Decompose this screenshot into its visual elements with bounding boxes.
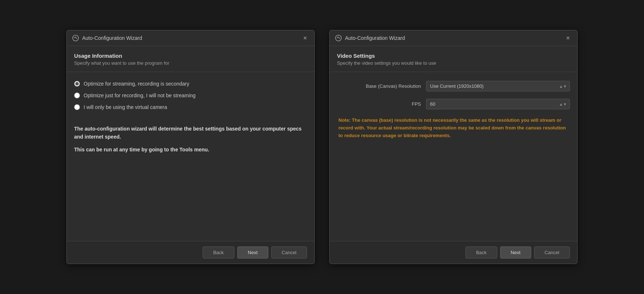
info-line-2: This can be run at any time by going to … — [74, 146, 307, 154]
radio-label-virtualcam: I will only be using the virtual camera — [84, 104, 167, 110]
back-button-1[interactable]: Back — [203, 246, 234, 259]
fps-select[interactable]: 60 30 24 — [426, 99, 570, 109]
dialog-title-1: Auto-Configuration Wizard — [82, 35, 142, 41]
wizard-icon-2 — [335, 34, 342, 42]
radio-label-streaming: Optimize for streaming, recording is sec… — [84, 81, 189, 87]
svg-point-1 — [336, 35, 341, 41]
cancel-button-2[interactable]: Cancel — [534, 246, 570, 259]
radio-virtualcam[interactable] — [74, 104, 80, 110]
info-text-block: The auto-configuration wizard will deter… — [74, 125, 307, 154]
svg-point-0 — [73, 35, 78, 41]
resolution-row: Base (Canvas) Resolution Use Current (19… — [337, 81, 570, 91]
next-button-2[interactable]: Next — [500, 246, 531, 259]
header-title-1: Usage Information — [74, 53, 307, 59]
close-button-2[interactable]: × — [564, 34, 572, 42]
cancel-button-1[interactable]: Cancel — [271, 246, 307, 259]
note-text: Note: The canvas (base) resolution is no… — [337, 117, 570, 139]
dialog-header-1: Usage Information Specify what you want … — [67, 46, 314, 72]
back-button-2[interactable]: Back — [465, 246, 497, 259]
close-button-1[interactable]: × — [301, 34, 309, 42]
video-settings-dialog: Auto-Configuration Wizard × Video Settin… — [329, 30, 578, 264]
radio-item-streaming[interactable]: Optimize for streaming, recording is sec… — [74, 81, 307, 87]
dialog-footer-2: Back Next Cancel — [330, 241, 577, 264]
resolution-select[interactable]: Use Current (1920x1080) 1920x1080 1280x7… — [426, 81, 570, 91]
dialog-footer-1: Back Next Cancel — [67, 241, 314, 264]
fps-label: FPS — [337, 101, 421, 107]
radio-group-usage: Optimize for streaming, recording is sec… — [74, 81, 307, 110]
resolution-label: Base (Canvas) Resolution — [337, 83, 421, 89]
dialog-header-2: Video Settings Specify the video setting… — [330, 46, 577, 72]
radio-streaming[interactable] — [74, 81, 80, 87]
dialog-title-2: Auto-Configuration Wizard — [345, 35, 405, 41]
titlebar-1: Auto-Configuration Wizard × — [67, 30, 314, 46]
titlebar-2: Auto-Configuration Wizard × — [330, 30, 577, 46]
radio-item-recording[interactable]: Optimize just for recording, I will not … — [74, 93, 307, 98]
info-line-1: The auto-configuration wizard will deter… — [74, 125, 307, 141]
radio-item-virtualcam[interactable]: I will only be using the virtual camera — [74, 104, 307, 110]
fps-select-wrap: 60 30 24 ▲▼ — [426, 99, 570, 109]
wizard-icon-1 — [72, 34, 79, 42]
header-title-2: Video Settings — [337, 53, 570, 59]
title-left-1: Auto-Configuration Wizard — [72, 34, 142, 42]
title-left-2: Auto-Configuration Wizard — [335, 34, 405, 42]
header-subtitle-1: Specify what you want to use the program… — [74, 60, 307, 66]
resolution-select-wrap: Use Current (1920x1080) 1920x1080 1280x7… — [426, 81, 570, 91]
dialog-body-1: Optimize for streaming, recording is sec… — [67, 72, 314, 241]
header-subtitle-2: Specify the video settings you would lik… — [337, 60, 570, 66]
dialog-body-2: Base (Canvas) Resolution Use Current (19… — [330, 72, 577, 241]
usage-information-dialog: Auto-Configuration Wizard × Usage Inform… — [66, 30, 315, 264]
fps-row: FPS 60 30 24 ▲▼ — [337, 99, 570, 109]
radio-recording[interactable] — [74, 93, 80, 98]
radio-label-recording: Optimize just for recording, I will not … — [84, 93, 196, 98]
next-button-1[interactable]: Next — [237, 246, 268, 259]
